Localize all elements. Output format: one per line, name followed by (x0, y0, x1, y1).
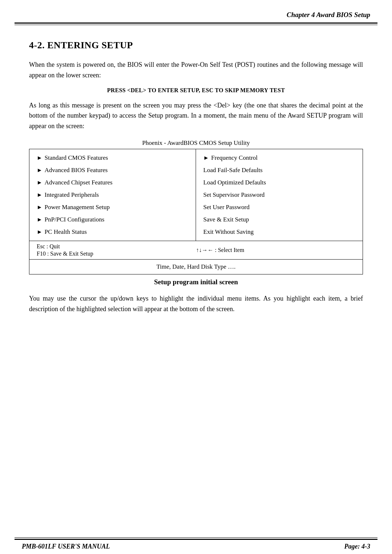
menu-label-pnp-pci: PnP/PCI Configurations (45, 216, 105, 223)
description-text: Time, Date, Hard Disk Type …. (156, 263, 236, 270)
menu-item-standard-cmos: ► Standard CMOS Features (37, 154, 188, 162)
arrow-icon: ► (37, 155, 42, 161)
arrow-icon: ► (37, 179, 42, 186)
bios-menu-grid: ► Standard CMOS Features ► Advanced BIOS… (29, 149, 363, 241)
bios-left-column: ► Standard CMOS Features ► Advanced BIOS… (29, 149, 196, 241)
footer-left: PMB-601LF USER'S MANUAL (22, 543, 110, 550)
section-heading: ENTERING SETUP (47, 40, 133, 50)
footer-right: Page: 4-3 (344, 543, 370, 550)
menu-item-advanced-bios: ► Advanced BIOS Features (37, 167, 188, 174)
content-area: 4-2. ENTERING SETUP When the system is p… (0, 7, 392, 343)
arrow-icon: ► (37, 167, 42, 174)
menu-item-save-exit: Save & Exit Setup (203, 216, 355, 223)
screen-caption: Setup program initial screen (29, 278, 363, 286)
status-select-item: ↑↓→← : Select Item (196, 247, 244, 253)
arrow-icon: ► (37, 229, 42, 235)
menu-item-integrated-peripherals: ► Integrated Peripherals (37, 191, 188, 199)
menu-item-pnp-pci: ► PnP/PCI Configurations (37, 216, 188, 223)
menu-label-integrated-peripherals: Integrated Peripherals (45, 191, 99, 199)
status-right: ↑↓→← : Select Item (196, 243, 355, 257)
bios-setup-table: ► Standard CMOS Features ► Advanced BIOS… (29, 149, 363, 274)
footer-content: PMB-601LF USER'S MANUAL Page: 4-3 (0, 540, 392, 550)
menu-item-power-management: ► Power Management Setup (37, 204, 188, 211)
menu-label-exit-without-saving: Exit Without Saving (203, 228, 254, 236)
bios-table-caption: Phoenix - AwardBIOS CMOS Setup Utility (29, 139, 363, 147)
second-paragraph: As long as this message is present on th… (29, 100, 363, 131)
menu-label-frequency-control: Frequency Control (211, 154, 258, 162)
menu-label-pc-health: PC Health Status (45, 228, 87, 236)
menu-label-standard-cmos: Standard CMOS Features (45, 154, 108, 162)
footer-rules (15, 537, 377, 540)
top-rules (0, 23, 392, 25)
status-left: Esc : Quit F10 : Save & Exit Setup (37, 243, 196, 257)
page-container: Chapter 4 Award BIOS Setup 4-2. ENTERING… (0, 7, 392, 554)
arrow-icon: ► (37, 204, 42, 211)
menu-item-frequency-control: ► Frequency Control (203, 154, 355, 162)
page-footer: PMB-601LF USER'S MANUAL Page: 4-3 (0, 537, 392, 550)
arrow-icon: ► (203, 155, 209, 161)
menu-item-load-optimized: Load Optimized Defaults (203, 179, 355, 186)
intro-paragraph: When the system is powered on, the BIOS … (29, 60, 363, 81)
press-note: PRESS <DEL> TO ENTER SETUP, ESC TO SKIP … (29, 87, 363, 94)
menu-label-load-failsafe: Load Fail-Safe Defaults (203, 167, 262, 174)
menu-label-advanced-chipset: Advanced Chipset Features (45, 179, 113, 186)
arrow-icon: ► (37, 192, 42, 198)
menu-label-save-exit: Save & Exit Setup (203, 216, 249, 223)
menu-item-advanced-chipset: ► Advanced Chipset Features (37, 179, 188, 186)
menu-label-load-optimized: Load Optimized Defaults (203, 179, 266, 186)
menu-item-exit-without-saving: Exit Without Saving (203, 228, 355, 236)
final-paragraph: You may use the cursor the up/down keys … (29, 293, 363, 314)
arrow-icon: ► (37, 216, 42, 223)
chapter-header: Chapter 4 Award BIOS Setup (287, 11, 370, 19)
menu-item-supervisor-password: Set Supervisor Password (203, 191, 355, 199)
chapter-title: Chapter 4 Award BIOS Setup (287, 11, 370, 19)
bios-right-column: ► Frequency Control Load Fail-Safe Defau… (196, 149, 363, 241)
menu-item-pc-health: ► PC Health Status (37, 228, 188, 236)
menu-label-supervisor-password: Set Supervisor Password (203, 191, 265, 199)
section-title: 4-2. ENTERING SETUP (29, 40, 363, 51)
menu-item-user-password: Set User Password (203, 204, 355, 211)
bios-status-bar: Esc : Quit F10 : Save & Exit Setup ↑↓→← … (29, 241, 363, 260)
status-f10-save: F10 : Save & Exit Setup (37, 250, 196, 257)
screen-caption-text: Setup program initial screen (154, 278, 238, 286)
menu-label-advanced-bios: Advanced BIOS Features (45, 167, 108, 174)
section-number: 4-2. (29, 40, 45, 50)
menu-label-power-management: Power Management Setup (45, 204, 110, 211)
bios-description-bar: Time, Date, Hard Disk Type …. (29, 260, 363, 274)
status-esc-quit: Esc : Quit (37, 243, 196, 250)
menu-item-load-failsafe: Load Fail-Safe Defaults (203, 167, 355, 174)
menu-label-user-password: Set User Password (203, 204, 250, 211)
